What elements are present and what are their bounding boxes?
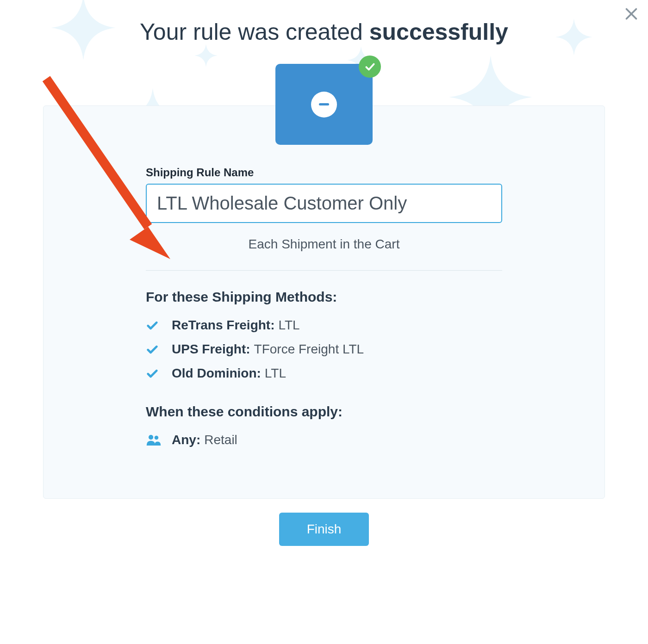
modal-heading: Your rule was created successfully (0, 19, 648, 45)
minus-circle-icon (311, 92, 337, 118)
sparkle-decoration (194, 44, 218, 67)
condition-item: Any: Retail (146, 433, 502, 447)
svg-point-3 (155, 436, 159, 440)
shipping-methods-heading: For these Shipping Methods: (146, 289, 502, 305)
check-icon (146, 343, 162, 356)
shipping-methods-list: ReTrans Freight: LTL UPS Freight: TForce… (146, 318, 502, 381)
condition-value: Retail (204, 433, 237, 447)
method-service: TForce Freight LTL (254, 342, 364, 357)
divider (146, 270, 502, 271)
rule-name-label: Shipping Rule Name (146, 166, 502, 179)
heading-prefix: Your rule was created (140, 19, 369, 45)
close-icon (623, 6, 640, 22)
users-icon (146, 433, 162, 446)
success-check-badge (359, 56, 381, 78)
condition-label: Any: (172, 433, 200, 447)
close-button[interactable] (623, 6, 640, 24)
method-service: LTL (265, 366, 286, 381)
shipping-method-item: Old Dominion: LTL (146, 366, 502, 381)
rule-summary-panel: Shipping Rule Name Each Shipment in the … (43, 105, 605, 499)
heading-strong: successfully (369, 19, 508, 45)
rule-name-input[interactable] (146, 184, 502, 223)
shipping-method-item: ReTrans Freight: LTL (146, 318, 502, 333)
check-icon (146, 319, 162, 332)
method-service: LTL (278, 318, 299, 333)
conditions-heading: When these conditions apply: (146, 404, 502, 420)
finish-button[interactable]: Finish (279, 513, 369, 546)
conditions-list: Any: Retail (146, 433, 502, 447)
check-icon (364, 61, 376, 73)
check-icon (146, 367, 162, 380)
svg-point-2 (149, 435, 153, 440)
method-carrier: UPS Freight: (172, 342, 250, 357)
rule-scope-subtitle: Each Shipment in the Cart (146, 237, 502, 252)
rule-icon-card (275, 64, 373, 145)
method-carrier: ReTrans Freight: (172, 318, 274, 333)
shipping-method-item: UPS Freight: TForce Freight LTL (146, 342, 502, 357)
method-carrier: Old Dominion: (172, 366, 261, 381)
